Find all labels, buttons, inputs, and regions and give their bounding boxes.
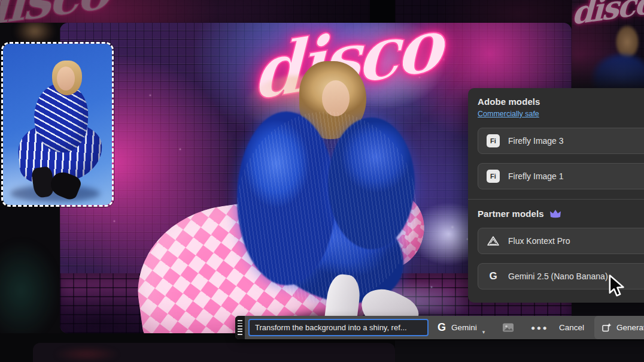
commercially-safe-link[interactable]: Commercially safe bbox=[478, 110, 539, 118]
adobe-models-title: Adobe models bbox=[478, 96, 644, 107]
canvas-dim-top-left: disco bbox=[0, 0, 370, 23]
canvas-gap bbox=[370, 0, 395, 23]
partner-models-title: Partner models bbox=[478, 209, 544, 219]
cancel-button[interactable]: Cancel bbox=[559, 316, 584, 339]
reference-image-selection[interactable] bbox=[1, 42, 114, 207]
section-divider bbox=[468, 199, 644, 200]
crown-icon bbox=[549, 209, 561, 219]
sparkle-highlights bbox=[60, 23, 61, 24]
more-options-icon[interactable]: ●●● bbox=[531, 316, 548, 339]
generate-icon bbox=[602, 322, 612, 333]
blue-fur-coat bbox=[237, 111, 336, 285]
prompt-input[interactable]: Transform the background into a shiny, r… bbox=[248, 319, 429, 336]
dim-glow bbox=[0, 240, 60, 342]
app-canvas: disco disco disco bbox=[0, 0, 644, 362]
gemini-g-icon: G bbox=[438, 321, 446, 334]
prompt-bar: Transform the background into a shiny, r… bbox=[235, 316, 644, 339]
reference-image-icon[interactable] bbox=[502, 316, 514, 339]
chevron-down-icon: ▾ bbox=[482, 329, 485, 335]
model-picker-panel: Adobe models Commercially safe Fi Firefl… bbox=[468, 88, 644, 303]
mouse-cursor bbox=[608, 274, 628, 298]
model-option-firefly-image-1[interactable]: Fi Firefly Image 1 bbox=[478, 163, 644, 189]
dim-neon-disco-sign: disco bbox=[0, 0, 109, 23]
firefly-icon: Fi bbox=[487, 170, 500, 183]
firefly-icon: Fi bbox=[487, 134, 500, 147]
drag-handle[interactable] bbox=[235, 316, 245, 339]
canvas-dim-top-mid bbox=[395, 0, 572, 23]
model-option-flux-kontext-pro[interactable]: Flux Kontext Pro bbox=[478, 228, 644, 254]
model-option-firefly-image-3[interactable]: Fi Firefly Image 3 bbox=[478, 128, 644, 154]
flux-icon bbox=[487, 235, 500, 247]
model-face bbox=[322, 80, 350, 116]
reference-model-face bbox=[57, 67, 75, 90]
model-selector-dropdown[interactable]: G Gemini ▾ bbox=[438, 316, 485, 339]
gemini-icon: G bbox=[487, 270, 500, 283]
blue-fur-coat bbox=[328, 117, 415, 249]
generate-button[interactable]: Generate bbox=[594, 316, 644, 339]
